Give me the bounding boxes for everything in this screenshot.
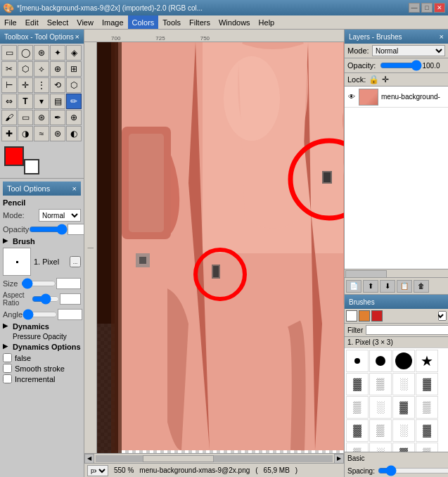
tool-text[interactable]: T [18,94,33,109]
swatch-red[interactable] [371,310,383,322]
canvas-viewport[interactable] [97,42,344,453]
aspect-slider[interactable] [32,293,60,305]
tool-move[interactable]: ✛ [18,77,33,93]
menu-tools[interactable]: Tools [158,15,185,29]
tool-blend[interactable]: ▤ [50,94,65,109]
tool-flip[interactable]: ⇔ [1,94,17,109]
mode-select[interactable]: Normal Dissolve Multiply [39,209,81,222]
tool-heal[interactable]: ✚ [1,126,17,141]
swatch-orange[interactable] [359,310,370,322]
tool-clone[interactable]: ⊕ [66,110,82,125]
brush-cell-texture11[interactable]: ░ [392,419,415,442]
tool-ellipse-select[interactable]: ◯ [18,45,33,61]
tool-scissors[interactable]: ✂ [1,61,17,77]
brush-cell-texture1[interactable]: ▓ [346,373,369,395]
brush-cell-texture5[interactable]: ▒ [346,396,369,419]
tool-eraser[interactable]: ▭ [18,110,33,125]
tool-scale[interactable]: ⬡ [66,77,82,93]
first-brush-item[interactable]: 1. Pixel (3 × 3) [345,337,448,348]
lock-pixels-icon[interactable]: 🔒 [369,75,379,84]
smooth-stroke-check[interactable] [3,364,12,373]
brush-expand-arrow[interactable]: ▶ [3,237,11,246]
dynamics-expand-arrow[interactable]: ▶ [3,322,11,331]
brush-cell-small-solid[interactable] [346,350,369,372]
brush-cell-medium-solid[interactable] [369,350,392,372]
new-layer-button[interactable]: 📄 [346,280,361,293]
delete-layer-button[interactable]: 🗑 [414,280,429,293]
tool-measure[interactable]: ⊢ [1,77,17,93]
menu-edit[interactable]: Edit [21,15,43,29]
tool-color-picker[interactable]: ⊕ [50,61,65,77]
incremental-check[interactable] [3,374,12,383]
menu-view[interactable]: View [72,15,98,29]
background-color-swatch[interactable] [24,159,39,174]
tool-paths[interactable]: ⟡ [34,61,49,77]
spacing-slider[interactable] [378,466,448,475]
menu-file[interactable]: File [0,15,21,29]
brushes-filter-input[interactable] [366,325,448,335]
brush-cell-texture13[interactable]: ▒ [346,443,369,452]
brush-cell-texture12[interactable]: ▓ [416,419,438,442]
tool-rotate[interactable]: ⟲ [50,77,65,93]
layer-visibility-toggle[interactable]: 👁 [346,91,357,103]
brush-cell-texture4[interactable]: ▓ [416,373,438,395]
scroll-right-button[interactable]: ▶ [334,454,344,464]
menu-image[interactable]: Image [98,15,128,29]
size-input[interactable]: 4.00 [56,278,81,289]
menu-filters[interactable]: Filters [185,15,215,29]
size-slider[interactable] [21,278,56,289]
tool-rect-select[interactable]: ▭ [1,45,17,61]
opacity-slider[interactable] [29,224,68,235]
menu-colors[interactable]: Colors [128,15,159,29]
brush-cell-texture10[interactable]: ▒ [369,419,392,442]
layers-scrollbar[interactable] [345,269,448,277]
tool-perspective[interactable]: ◑ [18,126,33,141]
tool-bucket-fill[interactable]: ▾ [34,94,49,109]
maximize-button[interactable]: □ [421,3,433,13]
lower-layer-button[interactable]: ⬇ [380,280,395,293]
angle-input[interactable]: 0.00 [58,309,82,320]
brushes-filter-dropdown[interactable] [438,311,447,321]
aspect-input[interactable]: 0.00 [60,293,81,305]
brush-cell-texture16[interactable]: ▒ [416,443,438,452]
brush-cell-texture3[interactable]: ░ [392,373,415,395]
angle-slider[interactable] [23,309,58,320]
brush-cell-texture9[interactable]: ▓ [346,419,369,442]
layers-opacity-slider[interactable] [380,60,422,71]
raise-layer-button[interactable]: ⬆ [363,280,378,293]
tool-airbrush[interactable]: ⊛ [34,110,49,125]
tool-dodge[interactable]: ◐ [66,126,82,141]
brush-cell-texture2[interactable]: ▒ [369,373,392,395]
toolbox-close-icon[interactable]: × [75,32,79,41]
tool-pencil[interactable]: ✏ [66,94,82,109]
brush-cell-texture14[interactable]: ░ [369,443,392,452]
foreground-color-swatch[interactable] [4,146,24,166]
tool-ink[interactable]: ✒ [50,110,65,125]
swatch-white[interactable] [346,310,357,322]
brush-cell-texture6[interactable]: ░ [369,396,392,419]
close-button[interactable]: ✕ [434,3,445,13]
brush-cell-large-solid[interactable] [392,350,415,372]
opacity-input[interactable]: 100.0 [68,224,84,235]
layers-close-icon[interactable]: × [440,32,444,41]
menu-select[interactable]: Select [43,15,73,29]
lock-position-icon[interactable]: ✛ [382,75,389,84]
tool-zoom[interactable]: ⊞ [66,61,82,77]
layers-mode-select[interactable]: Normal Multiply Screen [372,45,445,56]
brush-open-button[interactable]: ... [70,256,81,267]
scroll-track[interactable] [96,455,333,462]
layer-item[interactable]: 👁 menu-background- [345,87,448,108]
brush-cell-texture15[interactable]: ▓ [392,443,415,452]
apply-jitter-check[interactable] [3,353,12,362]
scroll-left-button[interactable]: ◀ [84,454,94,464]
duplicate-layer-button[interactable]: 📋 [397,280,412,293]
menu-windows[interactable]: Windows [215,15,255,29]
minimize-button[interactable]: — [409,3,420,13]
dynamics-options-arrow[interactable]: ▶ [3,343,11,351]
tool-select-color[interactable]: ◈ [66,45,82,61]
brush-cell-texture7[interactable]: ▓ [392,396,415,419]
tool-smudge[interactable]: ≈ [34,126,49,141]
menu-help[interactable]: Help [255,15,279,29]
unit-select[interactable]: px mm in [87,465,108,476]
tool-free-select[interactable]: ⊛ [34,45,49,61]
